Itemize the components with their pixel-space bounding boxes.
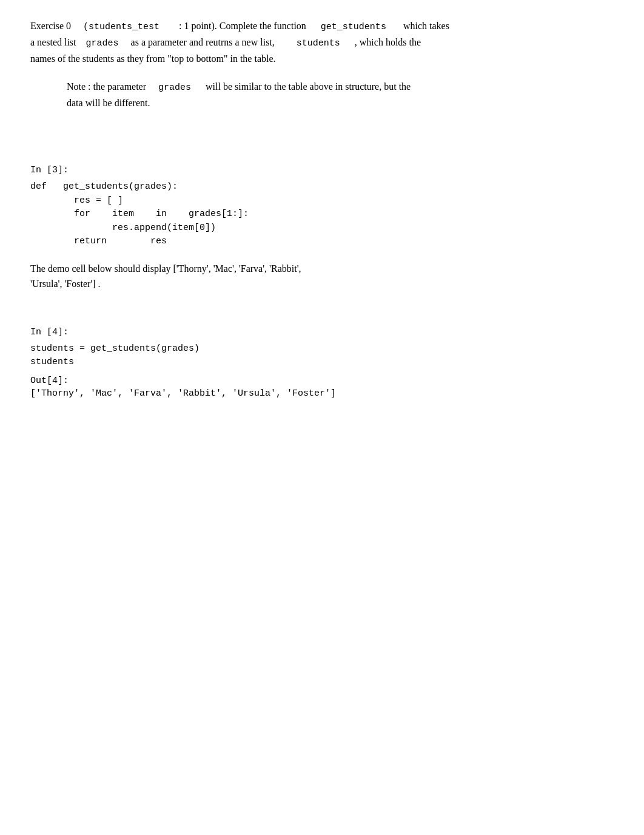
cell4-label: In [4]: <box>30 327 614 337</box>
note-block: Note : the parameter grades will be simi… <box>67 79 614 111</box>
which-takes: which takes <box>403 21 449 31</box>
function-name: get_students <box>321 22 386 32</box>
exercise-header: Exercise 0 <box>30 21 71 31</box>
output4-label: Out[4]: <box>30 376 614 386</box>
note-prefix: Note : the parameter <box>67 81 146 92</box>
desc-part1: a nested list <box>30 37 76 47</box>
cell3-code: def get_students(grades): res = [ ] for … <box>30 180 614 249</box>
demo-value1: ['Thorny', 'Mac', 'Farva', 'Rabbit', <box>173 263 301 274</box>
exercise-description: Exercise 0 (students_test : 1 point). Co… <box>30 18 614 67</box>
note-param: grades <box>158 83 191 93</box>
demo-value2: 'Ursula', 'Foster'] <box>30 279 96 289</box>
desc-part3: names of the students as they from "top … <box>30 53 276 64</box>
output4-value: ['Thorny', 'Mac', 'Farva', 'Rabbit', 'Ur… <box>30 388 614 399</box>
which-holds: , which holds the <box>355 37 421 47</box>
test-label: (students_test <box>83 21 162 31</box>
points-text: : 1 point). Complete the function <box>179 21 306 31</box>
demo-period: . <box>98 279 101 289</box>
students-var: students <box>297 38 340 49</box>
note-text: will be similar to the table above in st… <box>206 81 411 92</box>
note-text2: data will be different. <box>67 98 150 108</box>
demo-text: The demo cell below should display ['Tho… <box>30 261 614 292</box>
demo-part1: The demo cell below should display <box>30 263 171 274</box>
cell3-label: In [3]: <box>30 165 614 175</box>
desc-part2: as a parameter and reutrns a new list, <box>131 37 275 47</box>
cell4-code: students = get_students(grades) students <box>30 342 614 370</box>
grades-param-1: grades <box>86 38 119 49</box>
